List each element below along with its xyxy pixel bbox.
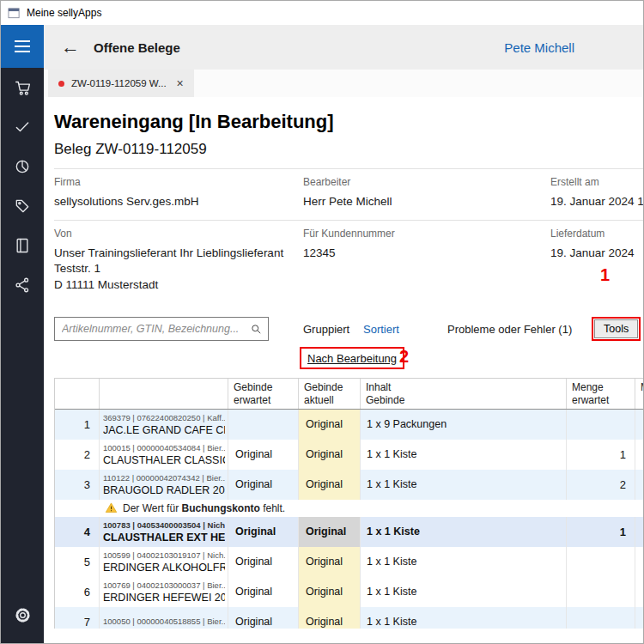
- field-value: 12345: [303, 246, 550, 261]
- col-header-menge-erwartet[interactable]: Menge erwartet: [567, 379, 635, 409]
- cart-icon: [14, 79, 32, 97]
- menge-erwartet-cell: [567, 607, 635, 629]
- article-name: CLAUSTHALER CLASSIC2...: [103, 454, 225, 466]
- col-header-gebinde-aktuell[interactable]: Gebinde aktuell: [299, 379, 361, 409]
- tab-strip: ZW-0119-112059 W... ×: [44, 70, 643, 97]
- row-number: 3: [55, 470, 100, 500]
- article-name: CLAUSTHALER EXT HER...: [103, 532, 225, 544]
- tab-close-button[interactable]: ×: [177, 76, 184, 90]
- back-button[interactable]: ←: [61, 38, 80, 57]
- article-meta: 369379 | 07622400820250 | Kaff...: [103, 413, 225, 422]
- field-value-line: Teststr. 1: [54, 261, 303, 276]
- row-number: 5: [55, 547, 100, 577]
- gebinde-aktuell-cell[interactable]: Original: [299, 607, 361, 629]
- field-von: Von Unser Trainingslieferant Ihr Lieblin…: [54, 228, 303, 293]
- gebinde-aktuell-cell[interactable]: Original: [299, 517, 361, 547]
- gebinde-erwartet-cell: [228, 410, 299, 440]
- close-icon: ×: [177, 76, 184, 90]
- group-toggle[interactable]: Gruppiert: [303, 323, 349, 336]
- row-number: 2: [55, 440, 100, 470]
- menge-aktuell-cell: [635, 410, 643, 440]
- window-titlebar: Meine sellyApps: [1, 1, 643, 25]
- user-link[interactable]: Pete Michell: [504, 40, 574, 55]
- field-bearbeiter: Bearbeiter Herr Pete Michell: [303, 176, 550, 210]
- col-header-menge-aktuell[interactable]: M: [635, 379, 643, 409]
- sidebar-item-reports[interactable]: [1, 147, 44, 186]
- back-icon: ←: [61, 36, 80, 58]
- col-header-gebinde-erwartet[interactable]: Gebinde erwartet: [228, 379, 299, 409]
- sort-mode-link[interactable]: Nach Bearbeitung: [307, 352, 397, 365]
- article-cell: 100050 | 00000040518855 | Bier...: [100, 607, 228, 629]
- menge-aktuell-cell: [635, 470, 643, 500]
- gebinde-aktuell-cell[interactable]: Original: [299, 577, 361, 607]
- gear-icon: [14, 606, 32, 624]
- sidebar-item-settings[interactable]: [1, 595, 44, 635]
- search-box: [54, 317, 269, 341]
- field-label: Lieferdatum: [550, 228, 643, 240]
- app-window: Meine sellyApps: [0, 0, 644, 644]
- search-input[interactable]: [54, 317, 269, 341]
- warning-row: Der Wert für Buchungskonto fehlt.: [55, 500, 643, 517]
- sidebar-item-prices[interactable]: [1, 186, 44, 226]
- row-number: 6: [55, 577, 100, 607]
- field-value-line: Unser Trainingslieferant Ihr Lieblingsli…: [54, 246, 303, 261]
- inhalt-cell: 1 x 9 Packungen: [361, 410, 567, 440]
- field-value-line: D 11111 Musterstadt: [54, 277, 303, 293]
- gebinde-erwartet-cell: Original: [228, 470, 299, 500]
- info-row-2: Von Unser Trainingslieferant Ihr Lieblin…: [54, 220, 643, 303]
- sidebar-item-share[interactable]: [1, 265, 44, 305]
- article-name: BRAUGOLD RADLER 20X...: [103, 484, 225, 496]
- document-subtitle: Beleg ZW-0119-112059: [54, 141, 643, 158]
- article-cell: 110122 | 00000042074342 | Bier... BRAUGO…: [100, 470, 228, 500]
- menge-erwartet-cell: [567, 577, 635, 607]
- gebinde-aktuell-cell[interactable]: Original: [299, 440, 361, 470]
- field-kundennummer: Für Kundennummer 12345: [303, 228, 550, 293]
- main-area: ← Offene Belege Pete Michell ZW-0119-112…: [44, 25, 643, 644]
- inhalt-cell: 1 x 1 Kiste: [361, 607, 567, 629]
- gebinde-erwartet-cell: Original: [228, 607, 299, 629]
- menge-erwartet-cell: 1: [567, 440, 635, 470]
- col-header-inhalt-gebinde[interactable]: Inhalt Gebinde: [361, 379, 567, 409]
- table-row[interactable]: 7 100050 | 00000040518855 | Bier... Orig…: [55, 607, 643, 629]
- sidebar-item-journal[interactable]: [1, 226, 44, 265]
- gebinde-aktuell-cell[interactable]: Original: [299, 470, 361, 500]
- hamburger-button[interactable]: [1, 25, 44, 68]
- menge-aktuell-cell: [635, 607, 643, 629]
- field-label: Für Kundennummer: [303, 228, 550, 240]
- sort-toggle[interactable]: Sortiert: [363, 323, 399, 336]
- article-meta: 100599 | 04002103019107 | Nich...: [103, 550, 225, 560]
- article-meta: 100783 | 04053400003504 | Nich...: [103, 520, 225, 530]
- tools-button[interactable]: Tools: [594, 319, 638, 338]
- search-icon: [250, 323, 263, 336]
- table-row[interactable]: 5 100599 | 04002103019107 | Nich... ERDI…: [55, 547, 643, 577]
- document-tab[interactable]: ZW-0119-112059 W... ×: [48, 70, 194, 97]
- table-row[interactable]: 2 100015 | 00000040534084 | Bier... CLAU…: [55, 440, 643, 470]
- menge-aktuell-cell: [635, 440, 643, 470]
- article-meta: 100015 | 00000040534084 | Bier...: [103, 443, 225, 453]
- table-row[interactable]: 6 100769 | 04002103000037 | Bier... ERDI…: [55, 577, 643, 607]
- row-number: 4: [55, 517, 100, 547]
- sidebar-item-shopping[interactable]: [1, 68, 44, 107]
- field-value: 19. Januar 2024 11:2: [550, 194, 643, 210]
- table-row[interactable]: 3 110122 | 00000042074342 | Bier... BRAU…: [55, 470, 643, 500]
- problems-filter[interactable]: Probleme oder Fehler (1): [447, 323, 572, 336]
- gebinde-erwartet-cell: Original: [228, 577, 299, 607]
- sort-mode-row: Nach Bearbeitung 2: [54, 347, 643, 369]
- warning-icon: [105, 501, 118, 514]
- gebinde-aktuell-cell[interactable]: Original: [299, 547, 361, 577]
- inhalt-cell: 1 x 1 Kiste: [361, 470, 567, 500]
- gebinde-erwartet-cell: Original: [228, 440, 299, 470]
- window-title: Meine sellyApps: [27, 7, 101, 19]
- check-icon: [14, 118, 31, 136]
- sidebar-item-tasks[interactable]: [1, 107, 44, 147]
- tab-unsaved-dot: [58, 81, 64, 87]
- col-header-number: [55, 379, 100, 409]
- field-label: Von: [54, 228, 303, 240]
- table-row[interactable]: 1 369379 | 07622400820250 | Kaff... JAC.…: [55, 410, 643, 440]
- field-lieferdatum: Lieferdatum 19. Januar 2024: [550, 228, 643, 293]
- article-name: ERDINGER HEFEWEI 20X...: [103, 592, 225, 604]
- info-row-1: Firma sellysolutions Serv.ges.mbH Bearbe…: [54, 168, 643, 220]
- article-cell: 100769 | 04002103000037 | Bier... ERDING…: [100, 577, 228, 607]
- table-row-selected[interactable]: 4 100783 | 04053400003504 | Nich... CLAU…: [55, 517, 643, 547]
- gebinde-aktuell-cell[interactable]: Original: [299, 410, 361, 440]
